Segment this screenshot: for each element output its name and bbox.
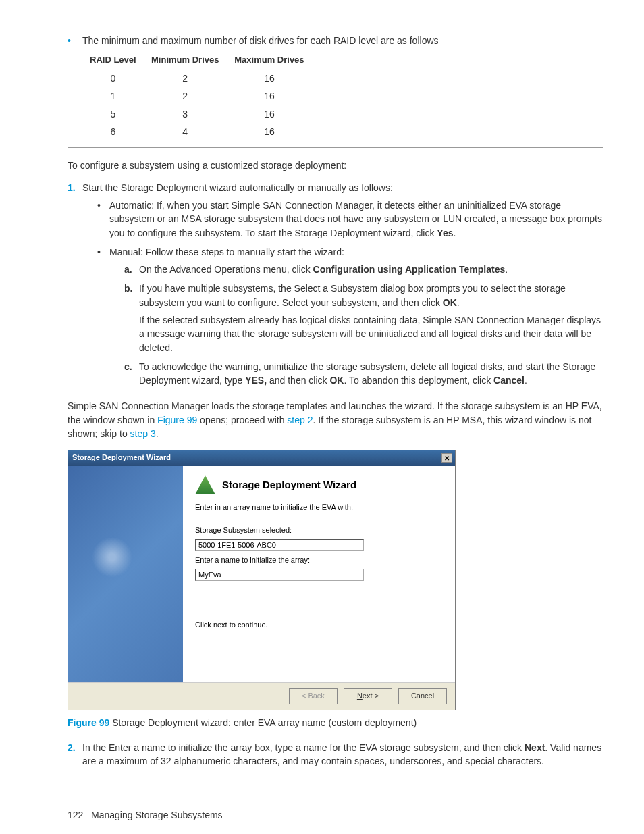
top-bullet: • The minimum and maximum number of disk…	[68, 34, 603, 47]
back-button[interactable]: < Back	[289, 688, 338, 704]
page-number: 122	[68, 810, 83, 820]
raid-table: RAID Level Minimum Drives Maximum Drives…	[82, 51, 312, 140]
top-bullet-text: The minimum and maximum number of disk d…	[82, 34, 603, 47]
raid-h0: RAID Level	[82, 51, 144, 70]
subsystem-label: Storage Subsystem selected:	[195, 525, 443, 536]
step3-link[interactable]: step 3	[130, 428, 156, 439]
step-c: c. To acknowledge the warning, uninitial…	[124, 360, 603, 388]
step-2: 2. In the Enter a name to initialize the…	[68, 741, 603, 768]
step-1: 1. Start the Storage Deployment wizard a…	[68, 181, 603, 194]
step-b: b. If you have multiple subsystems, the …	[124, 282, 603, 354]
step-text: Start the Storage Deployment wizard auto…	[82, 181, 603, 194]
wizard-hint: Click next to continue.	[195, 620, 443, 631]
wizard-icon	[195, 475, 215, 494]
array-name-label: Enter a name to initialize the array:	[195, 555, 443, 566]
next-button[interactable]: Next >	[344, 688, 392, 704]
raid-h2: Maximum Drives	[227, 51, 312, 70]
automatic-text: Automatic: If, when you start Simple SAN…	[109, 199, 603, 240]
step-number: 2.	[68, 741, 82, 768]
wizard-dialog: Storage Deployment Wizard ✕ Storage Depl…	[68, 450, 456, 710]
section-title: Managing Storage Subsystems	[91, 810, 223, 820]
table-row: 5316	[82, 105, 312, 123]
separator	[68, 147, 603, 148]
table-row: 0216	[82, 70, 312, 87]
page-footer: 122 Managing Storage Subsystems	[68, 808, 603, 822]
table-row: 1216	[82, 87, 312, 105]
array-name-input[interactable]	[195, 569, 364, 581]
step-text: In the Enter a name to initialize the ar…	[82, 741, 603, 768]
sub-manual: • Manual: Follow these steps to manually…	[97, 245, 603, 393]
wizard-button-row: < Back Next > Cancel	[68, 682, 455, 710]
bullet-icon: •	[97, 245, 109, 393]
wizard-prompt: Enter in an array name to initialize the…	[195, 502, 443, 513]
wizard-titlebar: Storage Deployment Wizard ✕	[68, 450, 455, 466]
table-row: 6416	[82, 123, 312, 140]
manual-intro: Manual: Follow these steps to manually s…	[109, 245, 603, 259]
wizard-sidebar-image	[68, 466, 183, 682]
raid-h1: Minimum Drives	[144, 51, 227, 70]
step2-link[interactable]: step 2	[287, 415, 313, 425]
wizard-title-text: Storage Deployment Wizard	[72, 452, 171, 463]
cancel-button[interactable]: Cancel	[398, 688, 447, 704]
close-icon[interactable]: ✕	[441, 453, 452, 463]
intro-text: To configure a subsystem using a customi…	[68, 159, 603, 172]
sub-automatic: • Automatic: If, when you start Simple S…	[97, 199, 603, 240]
step-number: 1.	[68, 181, 82, 194]
figure-link[interactable]: Figure 99	[157, 415, 197, 425]
bullet-icon: •	[68, 34, 82, 47]
subsystem-input[interactable]	[195, 539, 364, 551]
step-a: a. On the Advanced Operations menu, clic…	[124, 263, 603, 276]
wizard-heading: Storage Deployment Wizard	[222, 477, 356, 492]
figure-caption: Figure 99 Storage Deployment wizard: ent…	[68, 716, 603, 729]
after-paragraph: Simple SAN Connection Manager loads the …	[68, 399, 603, 440]
bullet-icon: •	[97, 199, 109, 240]
